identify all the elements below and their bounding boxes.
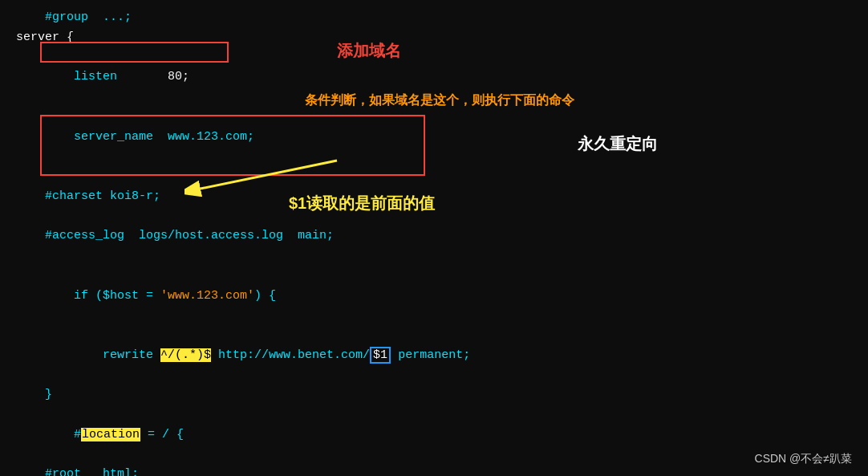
code-line-blank1 (16, 167, 852, 187)
code-line-root1: #root html; (16, 465, 852, 476)
annotation-dollar1: $1读取的是前面的值 (289, 193, 435, 214)
svg-line-1 (201, 161, 337, 189)
code-line-close-if: } (16, 385, 852, 405)
code-line-blank3 (16, 246, 852, 266)
annotation-add-domain: 添加域名 (337, 40, 401, 62)
code-line-server-name: server_name www.123.com; (16, 108, 852, 167)
code-line-group: #group ...; (16, 8, 852, 28)
annotation-condition: 条件判断，如果域名是这个，则执行下面的命令 (305, 92, 574, 109)
code-line-access-log: #access_log logs/host.access.log main; (16, 226, 852, 246)
code-line-loc1: #location = / { (16, 405, 852, 465)
code-block: #group ...; server { listen 80; server_n… (0, 0, 868, 476)
code-line-if: if ($host = 'www.123.com') { (16, 266, 852, 326)
arrow-svg (185, 148, 345, 197)
watermark: CSDN @不会≠趴菜 (755, 452, 852, 466)
code-line-server: server { (16, 28, 852, 48)
code-line-rewrite: rewrite ^/(.*)$ http://www.benet.com/$1 … (16, 326, 852, 385)
annotation-permanent: 永久重定向 (578, 133, 658, 155)
